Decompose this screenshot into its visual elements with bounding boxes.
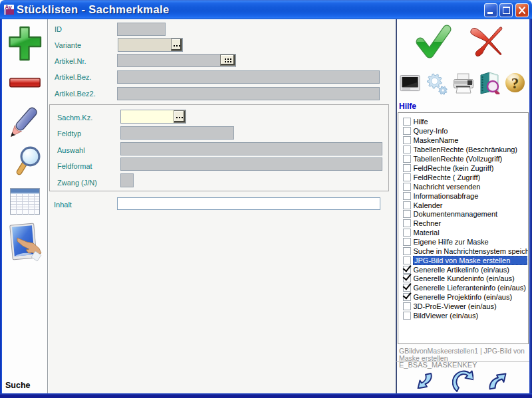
svg-text:?: ? (511, 75, 519, 92)
